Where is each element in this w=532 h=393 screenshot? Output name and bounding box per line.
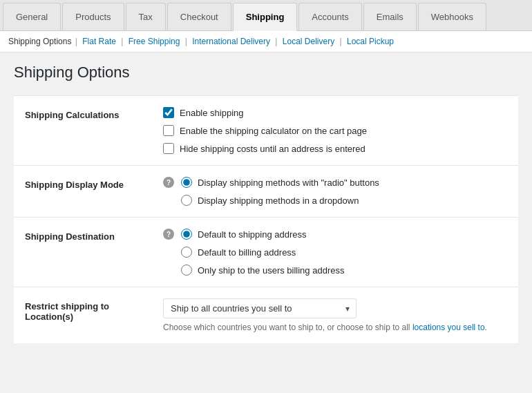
billing-address-label[interactable]: Default to billing address <box>198 247 296 258</box>
subnav-local-pickup[interactable]: Local Pickup <box>347 37 394 46</box>
shipping-display-mode-field: ? Display shipping methods with "radio" … <box>152 166 518 218</box>
shipping-calculations-label: Shipping Calculations <box>14 96 152 166</box>
enable-calculator-row: Enable the shipping calculator on the ca… <box>163 125 507 136</box>
subnav-free-shipping[interactable]: Free Shipping <box>129 37 180 46</box>
sep-0: | <box>75 37 77 46</box>
radio-buttons-row: ? Display shipping methods with "radio" … <box>163 177 507 188</box>
billing-only-row: Only ship to the users billing address <box>163 265 507 276</box>
restrict-shipping-field: Ship to all countries you sell to Specif… <box>152 287 518 344</box>
shipping-address-radio[interactable] <box>181 229 192 240</box>
billing-only-label[interactable]: Only ship to the users billing address <box>198 265 344 276</box>
restrict-shipping-description: Choose which countries you want to ship … <box>163 323 507 332</box>
shipping-display-mode-row: Shipping Display Mode ? Display shipping… <box>14 166 518 218</box>
display-mode-group: ? Display shipping methods with "radio" … <box>163 177 507 206</box>
subnav-local-delivery[interactable]: Local Delivery <box>283 37 334 46</box>
subnav-prefix: Shipping Options <box>8 37 71 46</box>
enable-calculator-label[interactable]: Enable the shipping calculator on the ca… <box>180 126 367 136</box>
shipping-display-mode-label: Shipping Display Mode <box>14 166 152 218</box>
page-content: Shipping Options Shipping Calculations E… <box>0 52 532 354</box>
tab-shipping[interactable]: Shipping <box>233 3 298 31</box>
subnav: Shipping Options | Flat Rate | Free Ship… <box>0 31 532 52</box>
tab-products[interactable]: Products <box>62 3 124 30</box>
restrict-shipping-select-wrapper: Ship to all countries you sell to Specif… <box>163 298 357 318</box>
dropdown-label[interactable]: Display shipping methods in a dropdown <box>198 195 359 206</box>
dropdown-row: Display shipping methods in a dropdown <box>163 195 507 206</box>
page-title: Shipping Options <box>14 64 518 82</box>
sep-1: | <box>121 37 123 46</box>
hide-costs-checkbox[interactable] <box>163 143 174 154</box>
subnav-international-delivery[interactable]: International Delivery <box>192 37 270 46</box>
sep-4: | <box>340 37 342 46</box>
billing-address-row: Default to billing address <box>163 247 507 258</box>
enable-shipping-checkbox[interactable] <box>163 107 174 118</box>
tab-accounts[interactable]: Accounts <box>298 3 361 30</box>
billing-only-radio[interactable] <box>181 265 192 276</box>
billing-address-radio[interactable] <box>181 247 192 258</box>
radio-buttons-radio[interactable] <box>181 177 192 188</box>
shipping-destination-field: ? Default to shipping address Default to… <box>152 218 518 287</box>
locations-link[interactable]: locations you sell to <box>412 323 485 332</box>
display-mode-help-icon[interactable]: ? <box>163 177 174 188</box>
enable-calculator-checkbox[interactable] <box>163 125 174 136</box>
shipping-address-row: ? Default to shipping address <box>163 229 507 240</box>
radio-buttons-label[interactable]: Display shipping methods with "radio" bu… <box>198 178 379 188</box>
shipping-calculations-row: Shipping Calculations Enable shipping En… <box>14 96 518 166</box>
enable-shipping-label[interactable]: Enable shipping <box>180 108 244 118</box>
destination-help-icon[interactable]: ? <box>163 229 174 240</box>
description-before: Choose which countries you want to ship … <box>163 323 412 332</box>
hide-costs-row: Hide shipping costs until an address is … <box>163 143 507 154</box>
tab-webhooks[interactable]: Webhooks <box>418 3 486 30</box>
enable-shipping-row: Enable shipping <box>163 107 507 118</box>
restrict-shipping-select[interactable]: Ship to all countries you sell to Specif… <box>163 298 357 318</box>
restrict-shipping-label: Restrict shipping to Location(s) <box>14 287 152 344</box>
settings-table: Shipping Calculations Enable shipping En… <box>14 95 518 343</box>
sep-2: | <box>185 37 187 46</box>
destination-group: ? Default to shipping address Default to… <box>163 229 507 276</box>
shipping-destination-row: Shipping Destination ? Default to shippi… <box>14 218 518 287</box>
dropdown-radio[interactable] <box>181 195 192 206</box>
shipping-calculations-field: Enable shipping Enable the shipping calc… <box>152 96 518 166</box>
shipping-address-label[interactable]: Default to shipping address <box>198 229 307 240</box>
shipping-destination-label: Shipping Destination <box>14 218 152 287</box>
description-after: . <box>485 323 487 332</box>
tab-checkout[interactable]: Checkout <box>167 3 231 30</box>
tab-general[interactable]: General <box>3 3 61 30</box>
hide-costs-label[interactable]: Hide shipping costs until an address is … <box>180 144 365 154</box>
top-nav: General Products Tax Checkout Shipping A… <box>0 0 532 31</box>
restrict-shipping-row: Restrict shipping to Location(s) Ship to… <box>14 287 518 344</box>
tab-emails[interactable]: Emails <box>363 3 417 30</box>
sep-3: | <box>275 37 277 46</box>
tab-tax[interactable]: Tax <box>126 3 166 30</box>
subnav-flat-rate[interactable]: Flat Rate <box>82 37 116 46</box>
